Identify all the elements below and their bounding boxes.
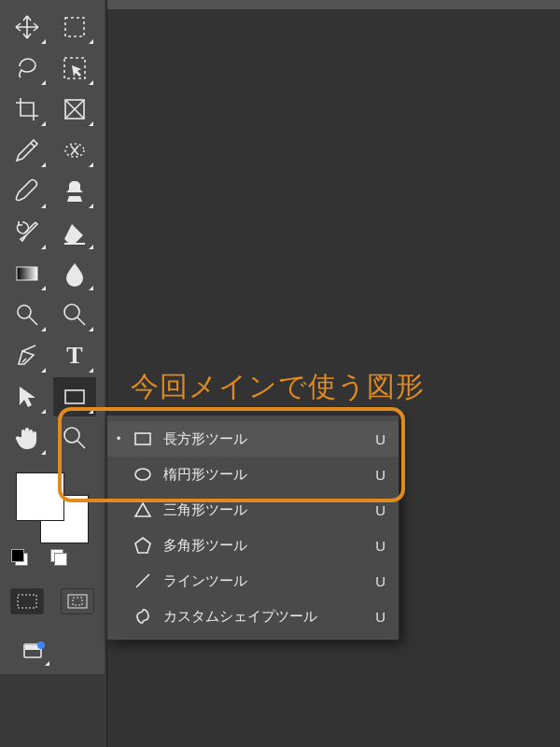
annotation-title: 今回メインで使う図形	[131, 368, 425, 406]
triangle-icon	[132, 499, 154, 521]
flyout-item-shortcut: U	[371, 431, 385, 447]
object-select-tool[interactable]	[53, 49, 96, 88]
flyout-item-label: ラインツール	[163, 572, 361, 590]
blur-tool[interactable]	[53, 254, 96, 293]
svg-point-5	[18, 305, 31, 318]
default-colors-icon[interactable]	[11, 549, 28, 566]
svg-rect-15	[135, 433, 150, 444]
clone-stamp-tool[interactable]	[53, 172, 96, 211]
flyout-item-triangle[interactable]: 三角形ツール U	[107, 492, 399, 528]
healing-brush-tool[interactable]	[53, 131, 96, 170]
svg-rect-0	[65, 18, 84, 36]
frame-tool[interactable]	[53, 90, 96, 129]
ellipse-icon	[132, 463, 154, 486]
svg-rect-9	[18, 595, 36, 608]
gradient-tool[interactable]	[6, 254, 49, 293]
svg-marker-17	[135, 538, 150, 553]
quickmask-mode-button[interactable]	[61, 588, 94, 614]
toolbar: T	[0, 0, 105, 674]
color-swatches[interactable]	[12, 472, 92, 543]
flyout-item-label: 三角形ツール	[163, 501, 361, 519]
flyout-item-label: 多角形ツール	[163, 537, 361, 555]
eyedropper-tool[interactable]	[6, 131, 49, 170]
svg-rect-11	[73, 598, 82, 605]
history-brush-tool[interactable]	[6, 213, 49, 252]
marquee-tool[interactable]	[53, 7, 96, 47]
flyout-item-shortcut: U	[371, 538, 385, 554]
rectangle-icon	[132, 428, 154, 450]
standard-mode-button[interactable]	[10, 588, 44, 614]
flyout-item-label: カスタムシェイプツール	[163, 608, 361, 626]
flyout-item-label: 長方形ツール	[163, 430, 361, 448]
svg-point-8	[64, 428, 79, 443]
hand-tool[interactable]	[6, 418, 49, 458]
flyout-item-shortcut: U	[371, 573, 385, 589]
pen-tool[interactable]	[6, 336, 49, 375]
zoom-tool[interactable]	[53, 418, 96, 458]
flyout-item-label: 楕円形ツール	[163, 466, 361, 484]
custom-shape-icon	[132, 605, 154, 627]
flyout-item-custom-shape[interactable]: カスタムシェイプツール U	[107, 599, 399, 634]
eraser-tool[interactable]	[53, 213, 96, 252]
flyout-item-rectangle[interactable]: • 長方形ツール U	[107, 421, 399, 457]
flyout-item-shortcut: U	[371, 502, 385, 518]
svg-point-16	[135, 469, 150, 480]
move-tool[interactable]	[6, 7, 49, 47]
svg-rect-7	[65, 390, 84, 403]
swap-colors-icon[interactable]	[50, 549, 67, 566]
flyout-item-ellipse[interactable]: 楕円形ツール U	[107, 457, 399, 492]
brush-tool[interactable]	[6, 172, 49, 211]
dodge-tool[interactable]	[6, 295, 49, 334]
svg-point-6	[64, 304, 79, 319]
lasso-tool[interactable]	[6, 49, 49, 88]
shape-tool-flyout: • 長方形ツール U 楕円形ツール U 三角形ツール U 多角形ツール U ライ…	[106, 415, 399, 641]
path-select-tool[interactable]	[6, 377, 49, 416]
svg-rect-4	[17, 267, 37, 280]
svg-rect-10	[68, 595, 87, 608]
zoom-mag-tool[interactable]	[53, 295, 96, 334]
line-icon	[132, 570, 154, 592]
rectangle-shape-tool[interactable]	[53, 377, 96, 416]
crop-tool[interactable]	[6, 90, 49, 129]
screen-mode-button[interactable]	[15, 635, 52, 669]
svg-point-14	[37, 641, 45, 649]
foreground-color-swatch[interactable]	[16, 472, 64, 521]
flyout-item-line[interactable]: ラインツール U	[107, 563, 399, 599]
type-tool[interactable]: T	[53, 336, 96, 375]
flyout-item-polygon[interactable]: 多角形ツール U	[107, 528, 399, 563]
flyout-item-shortcut: U	[371, 609, 385, 625]
polygon-icon	[132, 534, 154, 557]
flyout-item-shortcut: U	[371, 467, 385, 483]
